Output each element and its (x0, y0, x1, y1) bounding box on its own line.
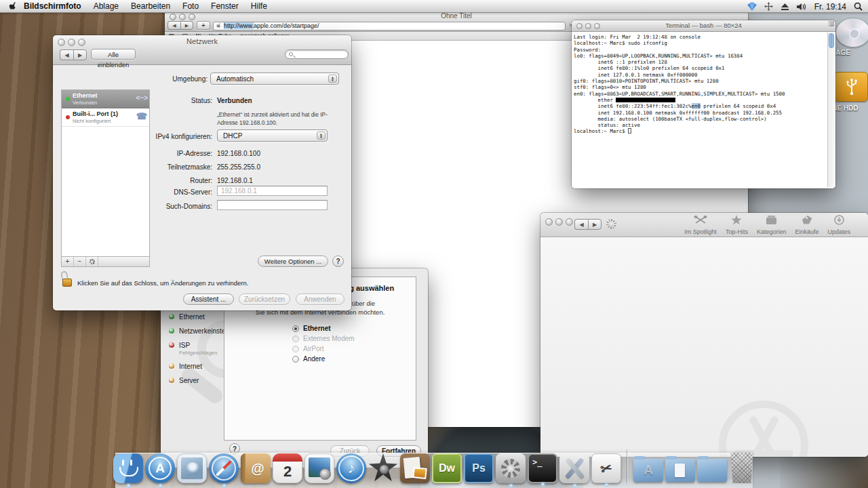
dock-icon-trash[interactable] (729, 453, 755, 483)
network-preferences-window[interactable]: Netzwerk ◀ ▶ Alle einblenden Umgebung: A… (53, 35, 351, 310)
dock-icon-folder-documents[interactable] (665, 459, 695, 482)
revert-button[interactable]: Zurücksetzen (239, 293, 290, 305)
forward-button[interactable]: ▶ (73, 49, 87, 60)
appstore-toolbar[interactable]: ◀ ▶ Im Spotlight Top-Hits Kategorien Ein… (540, 213, 868, 237)
forward-button[interactable]: ▶ (180, 21, 193, 30)
ipv4-configure-select[interactable]: DHCP ▲▼ (217, 129, 328, 142)
connection-options: EthernetExternes ModemAirPortAndere (292, 325, 355, 363)
eject-menu-icon[interactable] (781, 3, 789, 11)
advanced-options-button[interactable]: Weitere Optionen ... (258, 256, 328, 267)
terminal-toolbar-toggle-icon[interactable] (829, 21, 834, 26)
terminal-scroll-thumb[interactable] (829, 33, 834, 48)
tab-updates[interactable]: Updates (827, 215, 850, 235)
dvd-disc-icon[interactable] (835, 18, 868, 47)
terminal-line: ether (574, 97, 826, 103)
service-action-menu-button[interactable] (86, 257, 98, 266)
tab-top-hits[interactable]: Top-Hits (726, 215, 748, 235)
service-row-builtin-port[interactable]: Built-i... Port (1) Nicht konfiguriert ☎ (62, 108, 149, 127)
dock-icon-app-store[interactable] (145, 453, 175, 483)
dock-icon-mail[interactable] (177, 453, 207, 483)
terminal-window[interactable]: Terminal — bash — 80×24 Last login: Fri … (572, 20, 835, 188)
radio-button[interactable] (292, 356, 299, 363)
menu-bearbeiten[interactable]: Bearbeiten (131, 1, 170, 11)
dock-icon-network-utility[interactable] (559, 453, 589, 483)
move-arrows-menu-icon[interactable] (764, 2, 773, 11)
dock-icon-address-book[interactable] (241, 453, 271, 483)
lock-hint-text: Klicken Sie auf das Schloss, um Änderung… (77, 279, 248, 287)
radio-button[interactable] (292, 325, 299, 332)
dock-icon-photoshop[interactable]: Ps (464, 453, 494, 483)
appstore-window[interactable]: ◀ ▶ Im Spotlight Top-Hits Kategorien Ein… (540, 213, 868, 457)
radio-option-externes-modem[interactable]: Externes Modem (292, 335, 355, 342)
dock-icon-folder-applications[interactable]: A (633, 459, 663, 482)
menu-hilfe[interactable]: Hilfe (251, 1, 267, 11)
help-button[interactable]: ? (332, 256, 344, 267)
dock-icon-folder-plain[interactable] (697, 459, 727, 482)
forward-button[interactable]: ▶ (588, 219, 601, 230)
dock-icon-ical[interactable]: 2 (273, 453, 302, 483)
radio-option-airport[interactable]: AirPort (292, 345, 355, 352)
tab-einkaeufe[interactable]: Einkäufe (795, 215, 818, 235)
running-indicator (127, 484, 130, 487)
location-select[interactable]: Automatisch ▲▼ (210, 73, 339, 85)
appstore-nav-buttons[interactable]: ◀ ▶ (574, 219, 601, 230)
network-titlebar[interactable]: Netzwerk ◀ ▶ Alle einblenden (53, 35, 351, 65)
dock-icon-iphoto[interactable] (304, 453, 334, 483)
radio-option-andere[interactable]: Andere (292, 355, 355, 363)
menu-fenster[interactable]: Fenster (211, 1, 239, 11)
prefs-nav-buttons[interactable]: ◀ ▶ (60, 49, 87, 60)
close-button[interactable] (545, 218, 553, 226)
dock-icon-terminal[interactable]: >_ (528, 453, 557, 483)
dock-icon-system-preferences[interactable] (496, 453, 526, 483)
gear-icon (90, 259, 95, 264)
dock-icon-iweb[interactable] (400, 453, 430, 483)
gem-menu-icon[interactable] (747, 2, 757, 11)
show-all-button[interactable]: Alle einblenden (91, 49, 136, 60)
url-text: apple.com/de/startpage/ (254, 22, 319, 29)
volume-menu-icon[interactable] (797, 3, 807, 11)
remove-service-button[interactable]: − (74, 257, 86, 266)
dock-icon-itunes[interactable]: ♪ (336, 453, 366, 483)
dock-icon-dreamweaver[interactable]: Dw (432, 453, 462, 483)
zoom-button[interactable] (566, 218, 573, 226)
network-services-list[interactable]: Ethernet Verbunden <···> Built-i... Port… (61, 89, 150, 257)
dock-icon-grab[interactable]: ✂ (591, 453, 621, 483)
dock-icon-imovie[interactable] (368, 453, 398, 483)
back-button[interactable]: ◀ (574, 219, 588, 230)
menu-foto[interactable]: Foto (182, 1, 199, 11)
terminal-scrollbar[interactable] (827, 33, 835, 187)
apply-button[interactable]: Anwenden (296, 293, 344, 305)
assistant-button[interactable]: Assistent ... (183, 293, 234, 305)
new-tab-button[interactable]: + (197, 21, 210, 30)
tab-kategorien[interactable]: Kategorien (757, 215, 787, 235)
radio-label: Andere (303, 355, 325, 363)
prefs-search-field[interactable] (285, 49, 349, 59)
dock-icon-safari[interactable] (209, 453, 239, 483)
radio-button[interactable] (292, 336, 299, 342)
address-bar[interactable]: http://www.apple.com/de/startpage/ (213, 22, 566, 30)
step-status-dot (169, 328, 174, 333)
terminal-titlebar[interactable]: Terminal — bash — 80×24 (572, 20, 835, 32)
menu-clock[interactable]: Fr. 19:14 (814, 2, 846, 12)
apple-menu-icon[interactable] (9, 1, 18, 12)
add-service-button[interactable]: + (62, 257, 74, 266)
usb-drive-icon[interactable] (834, 72, 868, 102)
appstore-traffic-lights[interactable] (545, 218, 573, 226)
terminal-line: stf0: flags=0<> mtu 1280 (574, 84, 826, 90)
active-app-menu[interactable]: Bildschirmfoto (24, 1, 81, 11)
back-button[interactable]: ◀ (167, 21, 180, 30)
unlocked-padlock-icon[interactable] (61, 271, 73, 289)
dock-icon-finder[interactable] (113, 453, 143, 483)
phone-icon: ☎ (136, 111, 147, 121)
minimize-button[interactable] (555, 218, 563, 226)
back-button[interactable]: ◀ (60, 49, 73, 60)
tab-im-spotlight[interactable]: Im Spotlight (684, 215, 717, 235)
menu-ablage[interactable]: Ablage (94, 1, 119, 11)
spotlight-icon[interactable] (854, 2, 863, 11)
search-domains-input[interactable] (217, 200, 328, 210)
radio-button[interactable] (292, 346, 299, 352)
radio-option-ethernet[interactable]: Ethernet (292, 325, 355, 332)
terminal-output[interactable]: Last login: Fri Mar 2 19:12:48 on consol… (572, 32, 835, 188)
safari-nav-buttons[interactable]: ◀ ▶ (167, 21, 193, 30)
dns-server-input[interactable]: 192.168.0.1 (217, 186, 328, 196)
